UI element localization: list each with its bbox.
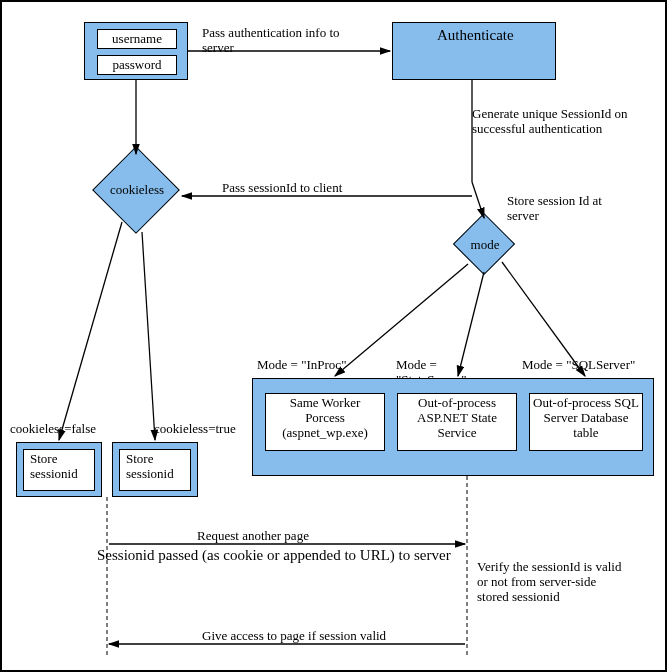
authenticate-box: Authenticate — [392, 22, 556, 80]
cookieless-false-label: cookieless=false — [10, 422, 96, 437]
mode-container: Same Worker Porcess (aspnet_wp.exe) Out-… — [252, 378, 654, 476]
passed-label: Sessionid passed (as cookie or appended … — [97, 547, 457, 564]
diagram-canvas: username password Authenticate cookieles… — [0, 0, 667, 672]
store-session-label: Store session Id at server — [507, 194, 617, 224]
svg-line-5 — [59, 222, 122, 440]
pass-session-label: Pass sessionId to client — [222, 181, 342, 196]
mode-decision — [453, 213, 515, 275]
password-field: password — [97, 55, 177, 75]
store-true-box: Store sessionid — [119, 449, 191, 491]
mode-sqlserver-label: Mode = "SQLServer" — [522, 358, 635, 373]
username-field: username — [97, 29, 177, 49]
inproc-box: Same Worker Porcess (aspnet_wp.exe) — [265, 393, 385, 451]
sqlserver-box: Out-of-process SQL Server Database table — [529, 393, 643, 451]
cookieless-decision — [92, 146, 180, 234]
give-access-label: Give access to page if session valid — [202, 629, 386, 644]
stateserver-box: Out-of-process ASP.NET State Service — [397, 393, 517, 451]
gen-session-label: Generate unique SessionId on successful … — [472, 107, 632, 137]
store-false-box: Store sessionid — [23, 449, 95, 491]
cookieless-true-label: cookieless=true — [154, 422, 236, 437]
login-box: username password — [84, 22, 188, 80]
svg-line-4 — [472, 182, 484, 218]
store-false-container: Store sessionid — [16, 442, 102, 497]
verify-label: Verify the sessionId is valid or not fro… — [477, 560, 622, 605]
store-true-container: Store sessionid — [112, 442, 198, 497]
svg-line-6 — [142, 232, 155, 440]
pass-auth-label: Pass authentication info to server — [202, 26, 342, 56]
request-label: Request another page — [197, 529, 309, 544]
mode-inproc-label: Mode = "InProc" — [257, 358, 346, 373]
authenticate-title: Authenticate — [437, 27, 514, 44]
